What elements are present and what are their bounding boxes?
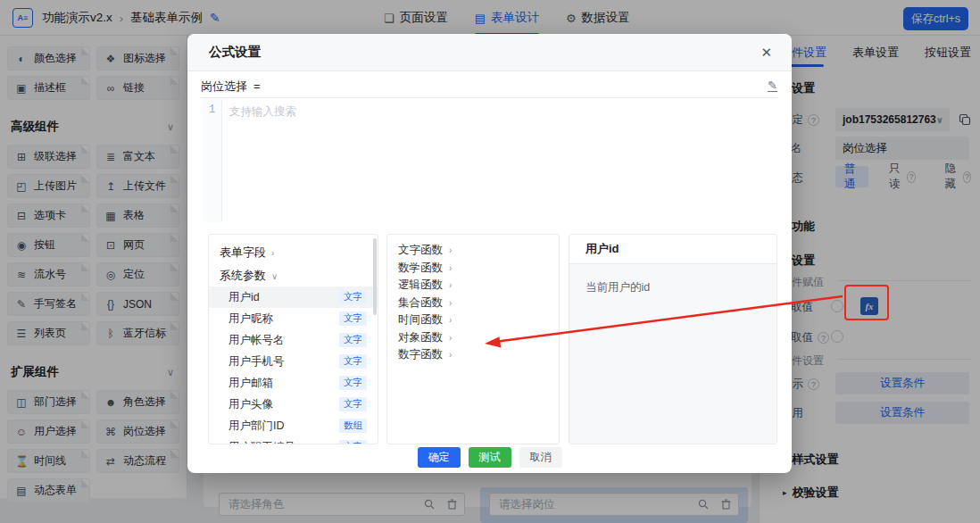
function-category-item[interactable]: 集合函数 › [387,295,559,312]
modal-footer: 确定 测试 取消 [187,447,792,468]
function-category-item[interactable]: 时间函数 › [387,311,559,329]
type-tag: 文字 [339,376,367,390]
function-category-item[interactable]: 数字函数 › [387,346,559,364]
type-tag: 文字 [339,311,367,326]
param-list-item[interactable]: 用户帐号名 文字 [209,329,378,351]
chevron-right-icon: › [449,245,452,255]
test-button[interactable]: 测试 [469,447,511,468]
chevron-right-icon: › [449,280,452,290]
chevron-right-icon: › [449,263,452,273]
group-form-fields[interactable]: 表单字段 › [209,242,378,263]
type-tag: 文字 [339,290,367,304]
param-list-item[interactable]: 用户昵称 文字 [209,308,378,329]
modal-title: 公式设置 [209,44,261,61]
detail-description: 当前用户的id [569,264,777,444]
system-param-list: 用户id 文字 用户昵称 文字 用户帐号名 文字 [209,286,378,444]
type-tag: 文字 [339,440,367,444]
function-category-item[interactable]: 文字函数 › [387,242,559,260]
function-list: 文字函数 › 数学函数 › 逻辑函数 › 集合函数 [387,235,559,364]
confirm-button[interactable]: 确定 [418,447,461,468]
formula-settings-modal: 公式设置 ✕ 岗位选择 = ✎ 1 支持输入搜索 表单字段 › 系统参数 [187,34,792,473]
scrollbar-thumb[interactable] [373,238,377,315]
type-tag: 文字 [339,354,367,369]
fields-panel: 表单字段 › 系统参数 ∨ 用户id 文字 [208,234,378,444]
param-list-item[interactable]: 用户职工编号 文字 [209,436,378,444]
equals-sign: = [253,79,261,93]
chevron-right-icon: › [449,350,452,360]
formula-code-editor[interactable]: 1 支持输入搜索 [201,99,777,222]
param-list-item[interactable]: 用户头像 文字 [209,394,378,415]
function-category-item[interactable]: 对象函数 › [387,329,559,347]
formula-target-bar: 岗位选择 = ✎ [201,75,777,98]
param-list-item[interactable]: 用户部门ID 数组 [209,415,378,436]
function-category-item[interactable]: 逻辑函数 › [387,277,559,295]
type-tag: 文字 [339,397,367,411]
chevron-right-icon: › [449,315,452,325]
chevron-right-icon: › [271,248,274,258]
group-system-params[interactable]: 系统参数 ∨ [209,265,378,286]
type-tag: 数组 [339,419,367,433]
formula-target-label: 岗位选择 [201,79,247,95]
param-list-item[interactable]: 用户手机号 文字 [209,351,378,372]
functions-panel: 文字函数 › 数学函数 › 逻辑函数 › 集合函数 [386,234,560,444]
param-list-item[interactable]: 用户邮箱 文字 [209,372,378,394]
editor-placeholder: 支持输入搜索 [229,104,296,120]
detail-title: 用户id [569,235,777,264]
app-window: A≡ 功能演示v2.x › 基础表单示例 ✎ ❏ 页面设置 ▤ 表单设计 ⚙ 数… [0,0,980,523]
param-list-item[interactable]: 用户id 文字 [209,286,378,308]
edit-formula-icon[interactable]: ✎ [768,80,777,92]
function-category-item[interactable]: 数学函数 › [387,260,559,278]
cancel-button[interactable]: 取消 [519,447,562,468]
chevron-down-icon: ∨ [271,271,278,281]
detail-panel: 用户id 当前用户的id [569,234,777,444]
chevron-right-icon: › [449,298,452,308]
type-tag: 文字 [339,333,367,347]
modal-header: 公式设置 ✕ [187,34,792,71]
editor-line-number: 1 [203,99,222,222]
chevron-right-icon: › [449,333,452,343]
close-icon[interactable]: ✕ [760,45,772,61]
